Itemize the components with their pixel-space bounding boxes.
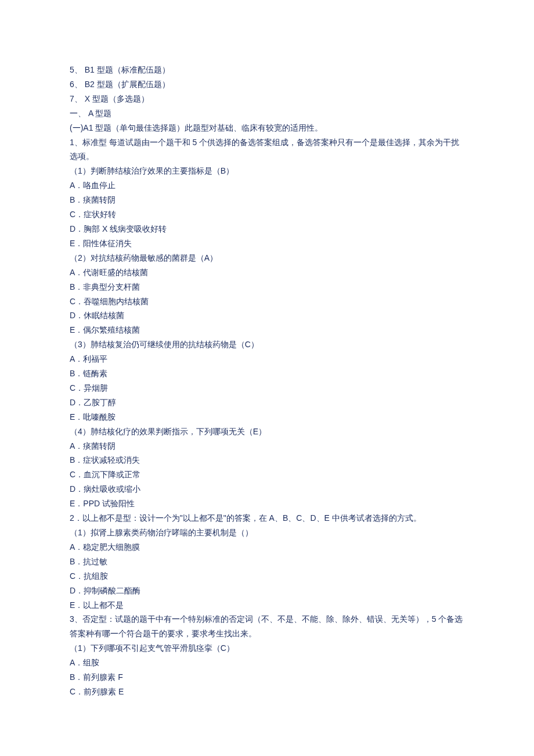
text-line: 3、否定型：试题的题干中有一个特别标准的否定词（不、不是、不能、除、除外、错误、… [70,612,464,641]
option-a: A．利福平 [70,352,464,366]
option-a: A．代谢旺盛的结核菌 [70,265,464,280]
option-b: B．非典型分支杆菌 [70,280,464,294]
option-d: D．乙胺丁醇 [70,395,464,410]
text-line: 2．以上都不是型：设计一个为"以上都不是"的答案，在 A、B、C、D、E 中供考… [70,511,464,525]
option-e: E．吡嗪酰胺 [70,410,464,424]
option-c: C．症状好转 [70,207,464,222]
option-c: C．抗组胺 [70,569,464,584]
text-line: （2）对抗结核药物最敏感的菌群是（A） [70,251,464,265]
option-a: A．痰菌转阴 [70,439,464,453]
option-d: D．胸部 X 线病变吸收好转 [70,222,464,236]
text-line: （3）肺结核复治仍可继续使用的抗结核药物是（C） [70,337,464,352]
option-c: C．前列腺素 E [70,685,464,699]
option-c: C．异烟肼 [70,381,464,395]
option-b: B．抗过敏 [70,555,464,569]
option-c: C．血沉下降或正常 [70,467,464,482]
option-e: E．以上都不是 [70,598,464,613]
option-e: E．PPD 试验阳性 [70,496,464,511]
text-line: 一、 A 型题 [70,106,464,121]
option-b: B．症状减轻或消失 [70,453,464,467]
option-d: D．休眠结核菌 [70,308,464,323]
text-line: （1）拟肾上腺素类药物治疗哮喘的主要机制是（） [70,525,464,540]
option-d: D．病灶吸收或缩小 [70,482,464,496]
option-a: A．咯血停止 [70,178,464,193]
document-page: 5、 B1 型题（标准配伍题） 6、 B2 型题（扩展配伍题） 7、 X 型题（… [0,0,534,756]
text-line: （4）肺结核化疗的效果判断指示，下列哪项无关（E） [70,424,464,439]
text-line: 6、 B2 型题（扩展配伍题） [70,77,464,92]
option-b: B．链酶素 [70,366,464,381]
option-e: E．偶尔繁殖结核菌 [70,323,464,337]
text-line: 1、标准型 每道试题由一个题干和 5 个供选择的备选答案组成，备选答案种只有一个… [70,135,464,164]
text-line: （1）判断肺结核治疗效果的主要指标是（B） [70,164,464,178]
option-c: C．吞噬细胞内结核菌 [70,294,464,309]
option-b: B．痰菌转阴 [70,193,464,207]
text-line: （1）下列哪项不引起支气管平滑肌痉挛（C） [70,641,464,656]
option-d: D．抑制磷酸二酯酶 [70,584,464,598]
text-line: 7、 X 型题（多选题） [70,92,464,106]
text-line: (一)A1 型题（单句最佳选择题）此题型对基础、临床有较宽的适用性。 [70,121,464,135]
text-line: 5、 B1 型题（标准配伍题） [70,63,464,77]
option-a: A．稳定肥大细胞膜 [70,540,464,555]
option-b: B．前列腺素 F [70,670,464,685]
option-e: E．阳性体征消失 [70,236,464,251]
option-a: A．组胺 [70,656,464,670]
